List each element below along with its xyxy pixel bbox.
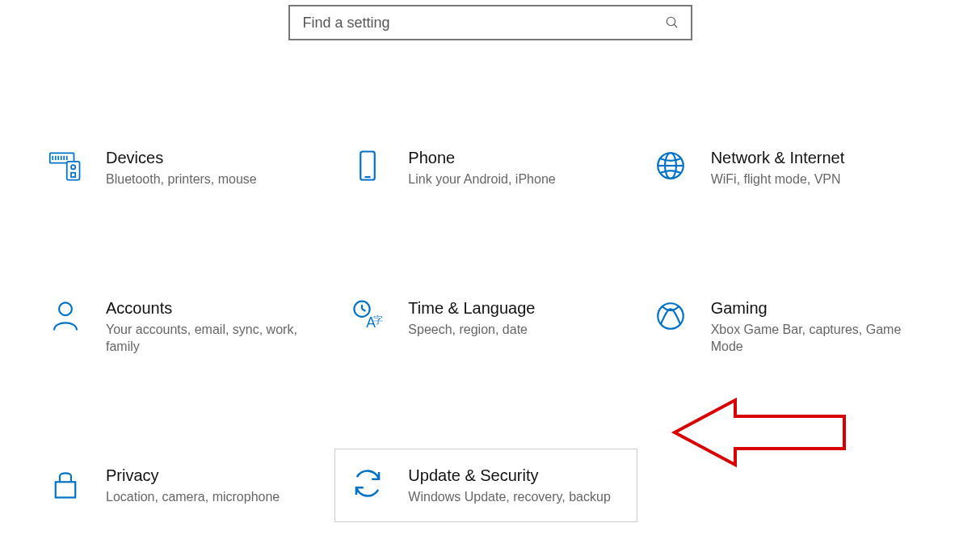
svg-text:字: 字 [373, 314, 383, 325]
tile-title: Update & Security [408, 466, 613, 485]
tile-desc: Speech, region, date [408, 321, 613, 339]
svg-line-20 [362, 309, 365, 311]
person-icon [48, 298, 83, 334]
tile-desc: Your accounts, email, sync, work, family [106, 321, 311, 356]
tile-update-security[interactable]: Update & Security Windows Update, recove… [334, 449, 637, 523]
globe-icon [653, 148, 688, 183]
tile-texts: Update & Security Windows Update, recove… [408, 466, 629, 506]
search-bar-wrap: Find a setting [0, 0, 980, 40]
tile-texts: Privacy Location, camera, microphone [106, 466, 327, 506]
tile-texts: Devices Bluetooth, printers, mouse [106, 148, 327, 188]
tile-title: Accounts [106, 298, 311, 318]
svg-rect-12 [361, 152, 376, 180]
tile-title: Network & Internet [711, 148, 916, 167]
time-language-icon: A 字 [350, 298, 385, 334]
svg-marker-25 [675, 400, 844, 465]
svg-point-23 [658, 303, 683, 329]
tile-phone[interactable]: Phone Link your Android, iPhone [343, 137, 637, 199]
tile-title: Gaming [711, 298, 916, 318]
svg-point-0 [667, 17, 675, 26]
tile-texts: Time & Language Speech, region, date [408, 298, 629, 339]
tile-texts: Accounts Your accounts, email, sync, wor… [106, 298, 327, 356]
tile-desc: Link your Android, iPhone [408, 171, 613, 188]
tile-devices[interactable]: Devices Bluetooth, printers, mouse [40, 137, 334, 199]
tile-texts: Phone Link your Android, iPhone [408, 148, 629, 188]
tile-texts: Network & Internet WiFi, flight mode, VP… [711, 148, 932, 188]
xbox-icon [653, 298, 688, 334]
phone-icon [350, 148, 385, 183]
tile-texts: Gaming Xbox Game Bar, captures, Game Mod… [711, 298, 932, 356]
tile-gaming[interactable]: Gaming Xbox Game Bar, captures, Game Mod… [646, 288, 940, 366]
tile-desc: Windows Update, recovery, backup [408, 488, 613, 506]
tile-desc: Bluetooth, printers, mouse [106, 171, 311, 188]
search-placeholder: Find a setting [303, 15, 665, 32]
annotation-arrow [671, 396, 848, 469]
tile-title: Privacy [106, 466, 311, 485]
svg-point-17 [59, 302, 72, 315]
devices-icon [48, 148, 83, 183]
sync-icon [350, 466, 385, 501]
tile-network[interactable]: Network & Internet WiFi, flight mode, VP… [646, 137, 940, 199]
tile-desc: WiFi, flight mode, VPN [711, 171, 916, 188]
tile-desc: Xbox Game Bar, captures, Game Mode [711, 321, 916, 356]
tile-desc: Location, camera, microphone [106, 488, 311, 506]
svg-line-1 [674, 24, 677, 27]
tile-title: Phone [408, 148, 613, 167]
search-icon [665, 15, 679, 30]
tile-title: Time & Language [408, 298, 613, 318]
tile-title: Devices [106, 148, 311, 167]
svg-rect-24 [56, 482, 76, 497]
lock-icon [48, 466, 83, 501]
tile-privacy[interactable]: Privacy Location, camera, microphone [40, 455, 334, 523]
tile-accounts[interactable]: Accounts Your accounts, email, sync, wor… [40, 288, 334, 366]
tile-time-language[interactable]: A 字 Time & Language Speech, region, date [343, 288, 637, 366]
search-input[interactable]: Find a setting [288, 5, 692, 40]
